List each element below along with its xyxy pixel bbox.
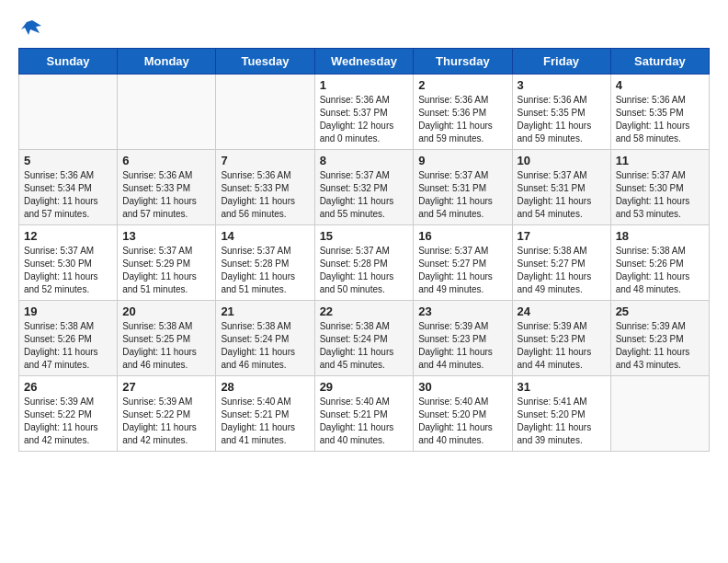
weekday-saturday: Saturday: [610, 49, 709, 75]
calendar-cell: 8Sunrise: 5:37 AM Sunset: 5:32 PM Daylig…: [314, 150, 414, 225]
calendar-cell: 9Sunrise: 5:37 AM Sunset: 5:31 PM Daylig…: [414, 150, 512, 225]
calendar-cell: 28Sunrise: 5:40 AM Sunset: 5:21 PM Dayli…: [216, 376, 314, 452]
page-header: [18, 18, 710, 39]
day-number: 31: [518, 380, 606, 394]
day-number: 4: [616, 78, 704, 92]
calendar-cell: 10Sunrise: 5:37 AM Sunset: 5:31 PM Dayli…: [512, 150, 610, 225]
day-info: Sunrise: 5:36 AM Sunset: 5:33 PM Dayligh…: [122, 169, 210, 221]
day-number: 28: [221, 380, 309, 394]
logo-bird-icon: [21, 18, 41, 39]
day-info: Sunrise: 5:38 AM Sunset: 5:27 PM Dayligh…: [518, 245, 606, 296]
calendar-cell: 18Sunrise: 5:38 AM Sunset: 5:26 PM Dayli…: [610, 225, 709, 301]
day-info: Sunrise: 5:36 AM Sunset: 5:34 PM Dayligh…: [24, 169, 112, 221]
day-info: Sunrise: 5:38 AM Sunset: 5:26 PM Dayligh…: [24, 320, 112, 372]
day-number: 6: [122, 154, 210, 167]
day-number: 10: [518, 154, 606, 167]
day-info: Sunrise: 5:36 AM Sunset: 5:35 PM Dayligh…: [518, 94, 606, 145]
day-info: Sunrise: 5:40 AM Sunset: 5:21 PM Dayligh…: [221, 396, 309, 447]
day-info: Sunrise: 5:39 AM Sunset: 5:23 PM Dayligh…: [418, 320, 506, 372]
day-info: Sunrise: 5:39 AM Sunset: 5:23 PM Dayligh…: [616, 320, 704, 372]
day-number: 17: [518, 229, 606, 243]
day-info: Sunrise: 5:36 AM Sunset: 5:37 PM Dayligh…: [320, 94, 409, 145]
day-info: Sunrise: 5:36 AM Sunset: 5:36 PM Dayligh…: [418, 94, 506, 145]
day-number: 1: [320, 78, 409, 92]
day-info: Sunrise: 5:39 AM Sunset: 5:22 PM Dayligh…: [24, 396, 112, 447]
day-info: Sunrise: 5:36 AM Sunset: 5:35 PM Dayligh…: [616, 94, 704, 145]
calendar-cell: 23Sunrise: 5:39 AM Sunset: 5:23 PM Dayli…: [414, 301, 512, 376]
weekday-header-row: SundayMondayTuesdayWednesdayThursdayFrid…: [19, 49, 710, 75]
day-number: 5: [24, 154, 112, 167]
day-number: 21: [221, 304, 309, 318]
day-number: 19: [24, 304, 112, 318]
calendar-cell: 22Sunrise: 5:38 AM Sunset: 5:24 PM Dayli…: [314, 301, 414, 376]
calendar-cell: [19, 75, 118, 150]
day-info: Sunrise: 5:37 AM Sunset: 5:29 PM Dayligh…: [122, 245, 210, 296]
weekday-monday: Monday: [118, 49, 216, 75]
day-number: 27: [122, 380, 210, 394]
day-number: 23: [418, 304, 506, 318]
calendar-cell: 19Sunrise: 5:38 AM Sunset: 5:26 PM Dayli…: [19, 301, 118, 376]
calendar-cell: 12Sunrise: 5:37 AM Sunset: 5:30 PM Dayli…: [19, 225, 118, 301]
day-number: 2: [418, 78, 506, 92]
calendar-body: 1Sunrise: 5:36 AM Sunset: 5:37 PM Daylig…: [19, 75, 710, 452]
day-number: 7: [221, 154, 309, 167]
day-number: 29: [320, 380, 409, 394]
calendar-cell: 4Sunrise: 5:36 AM Sunset: 5:35 PM Daylig…: [610, 75, 709, 150]
day-number: 26: [24, 380, 112, 394]
day-info: Sunrise: 5:37 AM Sunset: 5:31 PM Dayligh…: [518, 169, 606, 221]
calendar-cell: 27Sunrise: 5:39 AM Sunset: 5:22 PM Dayli…: [118, 376, 216, 452]
calendar-week-3: 12Sunrise: 5:37 AM Sunset: 5:30 PM Dayli…: [19, 225, 710, 301]
calendar-cell: 6Sunrise: 5:36 AM Sunset: 5:33 PM Daylig…: [118, 150, 216, 225]
calendar-cell: 25Sunrise: 5:39 AM Sunset: 5:23 PM Dayli…: [610, 301, 709, 376]
day-info: Sunrise: 5:39 AM Sunset: 5:23 PM Dayligh…: [518, 320, 606, 372]
day-info: Sunrise: 5:38 AM Sunset: 5:24 PM Dayligh…: [221, 320, 309, 372]
day-number: 13: [122, 229, 210, 243]
day-info: Sunrise: 5:36 AM Sunset: 5:33 PM Dayligh…: [221, 169, 309, 221]
weekday-sunday: Sunday: [19, 49, 118, 75]
day-info: Sunrise: 5:37 AM Sunset: 5:30 PM Dayligh…: [616, 169, 704, 221]
day-info: Sunrise: 5:37 AM Sunset: 5:30 PM Dayligh…: [24, 245, 112, 296]
day-number: 3: [518, 78, 606, 92]
day-info: Sunrise: 5:40 AM Sunset: 5:20 PM Dayligh…: [418, 396, 506, 447]
day-number: 14: [221, 229, 309, 243]
calendar-cell: 31Sunrise: 5:41 AM Sunset: 5:20 PM Dayli…: [512, 376, 610, 452]
day-number: 11: [616, 154, 704, 167]
calendar-cell: 1Sunrise: 5:36 AM Sunset: 5:37 PM Daylig…: [314, 75, 414, 150]
day-number: 18: [616, 229, 704, 243]
calendar-cell: 24Sunrise: 5:39 AM Sunset: 5:23 PM Dayli…: [512, 301, 610, 376]
day-info: Sunrise: 5:38 AM Sunset: 5:25 PM Dayligh…: [122, 320, 210, 372]
calendar-cell: [610, 376, 709, 452]
day-info: Sunrise: 5:39 AM Sunset: 5:22 PM Dayligh…: [122, 396, 210, 447]
day-info: Sunrise: 5:41 AM Sunset: 5:20 PM Dayligh…: [518, 396, 606, 447]
day-number: 9: [418, 154, 506, 167]
calendar-cell: 17Sunrise: 5:38 AM Sunset: 5:27 PM Dayli…: [512, 225, 610, 301]
day-info: Sunrise: 5:37 AM Sunset: 5:32 PM Dayligh…: [320, 169, 409, 221]
calendar-cell: 21Sunrise: 5:38 AM Sunset: 5:24 PM Dayli…: [216, 301, 314, 376]
day-number: 22: [320, 304, 409, 318]
logo: [18, 18, 41, 39]
calendar-cell: 26Sunrise: 5:39 AM Sunset: 5:22 PM Dayli…: [19, 376, 118, 452]
calendar-week-1: 1Sunrise: 5:36 AM Sunset: 5:37 PM Daylig…: [19, 75, 710, 150]
day-number: 24: [518, 304, 606, 318]
day-info: Sunrise: 5:37 AM Sunset: 5:27 PM Dayligh…: [418, 245, 506, 296]
calendar-cell: 16Sunrise: 5:37 AM Sunset: 5:27 PM Dayli…: [414, 225, 512, 301]
day-number: 20: [122, 304, 210, 318]
day-number: 12: [24, 229, 112, 243]
calendar-cell: [118, 75, 216, 150]
calendar-cell: 14Sunrise: 5:37 AM Sunset: 5:28 PM Dayli…: [216, 225, 314, 301]
day-number: 16: [418, 229, 506, 243]
weekday-tuesday: Tuesday: [216, 49, 314, 75]
calendar-week-2: 5Sunrise: 5:36 AM Sunset: 5:34 PM Daylig…: [19, 150, 710, 225]
svg-marker-0: [21, 20, 41, 35]
calendar-cell: 20Sunrise: 5:38 AM Sunset: 5:25 PM Dayli…: [118, 301, 216, 376]
calendar-cell: 5Sunrise: 5:36 AM Sunset: 5:34 PM Daylig…: [19, 150, 118, 225]
day-info: Sunrise: 5:37 AM Sunset: 5:31 PM Dayligh…: [418, 169, 506, 221]
day-info: Sunrise: 5:37 AM Sunset: 5:28 PM Dayligh…: [320, 245, 409, 296]
calendar-cell: 11Sunrise: 5:37 AM Sunset: 5:30 PM Dayli…: [610, 150, 709, 225]
calendar-table: SundayMondayTuesdayWednesdayThursdayFrid…: [18, 48, 710, 452]
day-number: 15: [320, 229, 409, 243]
day-info: Sunrise: 5:38 AM Sunset: 5:26 PM Dayligh…: [616, 245, 704, 296]
calendar-cell: [216, 75, 314, 150]
day-number: 25: [616, 304, 704, 318]
calendar-cell: 13Sunrise: 5:37 AM Sunset: 5:29 PM Dayli…: [118, 225, 216, 301]
